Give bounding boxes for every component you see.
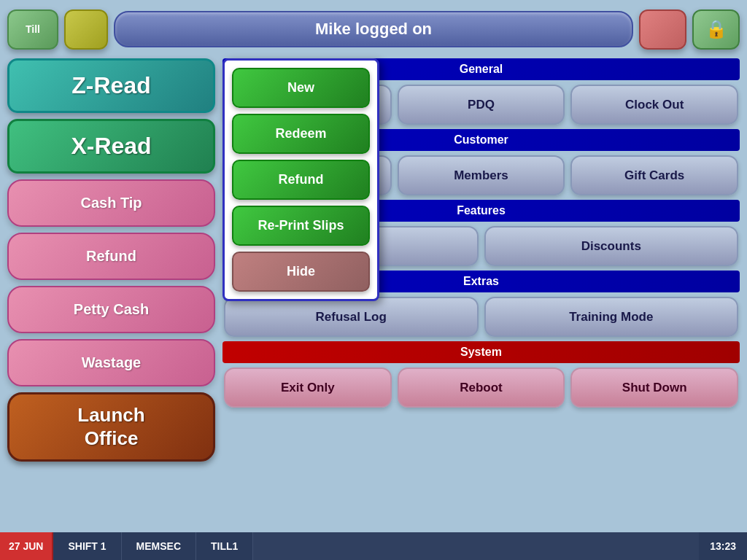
lock-button[interactable]: 🔒 <box>692 9 740 50</box>
popup-redeem-button[interactable]: Redeem <box>232 114 370 154</box>
yellow-button[interactable] <box>64 9 108 50</box>
status-time: 13:23 <box>699 532 747 560</box>
reboot-button[interactable]: Reboot <box>398 368 565 408</box>
status-bar: 27 JUN SHIFT 1 MEMSEC TILL1 13:23 <box>0 532 747 560</box>
till-button[interactable]: Till <box>7 9 58 50</box>
status-date: 27 JUN <box>0 532 53 560</box>
exit-only-button[interactable]: Exit Only <box>224 368 392 408</box>
wastage-button[interactable]: Wastage <box>7 339 215 386</box>
status-shift: SHIFT 1 <box>53 532 121 560</box>
extras-buttons: Refusal Log Training Mode <box>222 297 740 337</box>
launch-office-button[interactable]: LaunchOffice <box>7 392 215 462</box>
refusal-log-button[interactable]: Refusal Log <box>224 297 479 337</box>
discounts-button[interactable]: Discounts <box>484 226 739 266</box>
zread-button[interactable]: Z-Read <box>7 58 215 113</box>
header: Till Mike logged on 🔒 <box>0 0 747 58</box>
system-buttons: Exit Only Reboot Shut Down <box>222 368 740 408</box>
popup-reprint-slips-button[interactable]: Re-Print Slips <box>232 206 370 246</box>
training-mode-button[interactable]: Training Mode <box>484 297 739 337</box>
lock-icon: 🔒 <box>705 19 727 39</box>
title-bar: Mike logged on <box>114 11 633 47</box>
refund-button[interactable]: Refund <box>7 233 215 280</box>
pdq-button[interactable]: PDQ <box>398 85 565 125</box>
status-memsec: MEMSEC <box>122 532 196 560</box>
pink-button[interactable] <box>639 9 686 50</box>
cash-tip-button[interactable]: Cash Tip <box>7 179 215 227</box>
petty-cash-button[interactable]: Petty Cash <box>7 286 215 333</box>
gift-cards-popup: New Redeem Refund Re-Print Slips Hide <box>222 58 379 301</box>
sidebar: Z-Read X-Read Cash Tip Refund Petty Cash… <box>7 58 215 509</box>
shut-down-button[interactable]: Shut Down <box>570 368 738 408</box>
clock-out-button[interactable]: Clock Out <box>570 85 738 125</box>
xread-button[interactable]: X-Read <box>7 119 215 174</box>
members-button[interactable]: Members <box>398 155 565 195</box>
launch-office-label: LaunchOffice <box>77 404 144 448</box>
popup-refund-button[interactable]: Refund <box>232 160 370 200</box>
popup-hide-button[interactable]: Hide <box>232 252 370 292</box>
gift-cards-button[interactable]: Gift Cards <box>570 155 738 195</box>
status-till: TILL1 <box>196 532 253 560</box>
popup-new-button[interactable]: New <box>232 68 370 108</box>
system-header: System <box>222 341 740 363</box>
logged-on-title: Mike logged on <box>315 20 432 39</box>
